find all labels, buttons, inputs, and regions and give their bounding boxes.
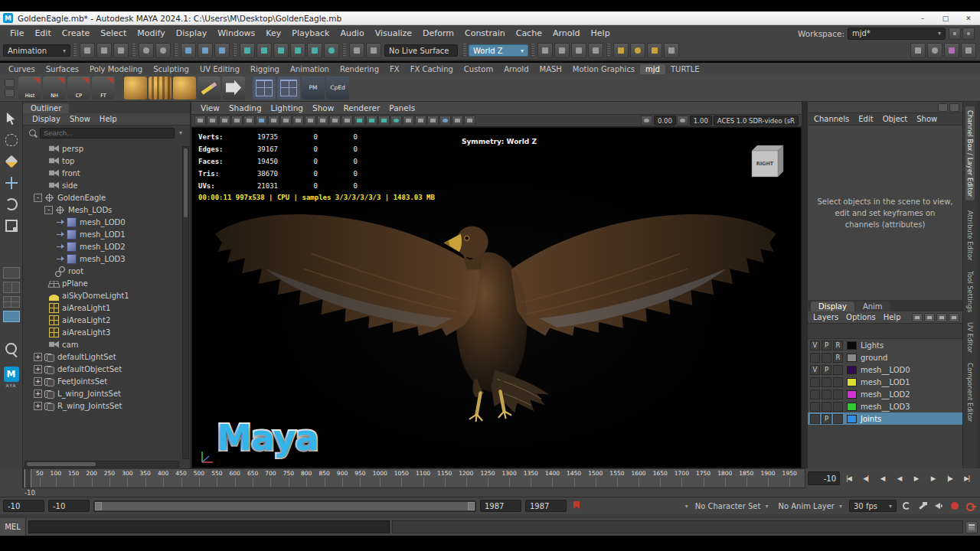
outliner-item-aiarealight1[interactable]: aiAreaLight1 — [23, 302, 190, 314]
outliner-item-pplane[interactable]: pPlane — [23, 277, 190, 289]
shelf-tab-rigging[interactable]: Rigging — [245, 64, 285, 74]
cached-playback-icon[interactable] — [927, 43, 942, 58]
layer-display-type-toggle[interactable]: R — [833, 341, 843, 350]
group-handle[interactable] — [73, 44, 77, 57]
playback-start-field[interactable]: -10 — [48, 500, 90, 512]
wireframe-icon[interactable] — [354, 116, 365, 126]
scene-assembly-icon[interactable] — [910, 43, 926, 58]
layer-playback-toggle[interactable]: P — [822, 365, 831, 375]
outliner-item-aiskydomelight1[interactable]: aiSkyDomeLight1 — [23, 289, 190, 302]
shelf-tab-arnold[interactable]: Arnold — [498, 64, 534, 74]
layers-menu[interactable]: Layers — [809, 313, 842, 321]
make-live-icon[interactable] — [324, 43, 339, 58]
render-settings-icon[interactable] — [647, 43, 662, 58]
safe-title-icon[interactable] — [341, 116, 353, 126]
range-slider-right-handle[interactable] — [468, 502, 475, 510]
expand-icon[interactable]: + — [34, 377, 42, 386]
layer-display-type-toggle[interactable] — [833, 365, 843, 375]
layer-color-swatch[interactable] — [847, 403, 857, 411]
layer-visibility-toggle[interactable] — [810, 377, 820, 387]
menu-item[interactable]: Display — [171, 28, 213, 38]
outliner-item-defaultlightset[interactable]: +defaultLightSet — [23, 350, 190, 363]
textured-mode-icon[interactable] — [378, 116, 390, 126]
outliner-item-rwing-jointsset[interactable]: +R_wing_JointsSet — [23, 399, 190, 412]
shelf-item-shaded-sphere-icon[interactable] — [173, 77, 196, 99]
shelf-tab-fx[interactable]: FX — [384, 64, 405, 74]
shelf-item-grid-a-icon[interactable] — [253, 77, 276, 99]
outliner-item-cam[interactable]: cam — [23, 338, 190, 350]
menu-item[interactable]: Deform — [417, 28, 459, 38]
menu-item[interactable]: Visualize — [370, 28, 417, 38]
range-slider[interactable] — [93, 500, 476, 512]
tab-anim-layers[interactable]: Anim — [855, 302, 890, 311]
pin-panel-icon[interactable] — [938, 103, 948, 112]
shelf-item-hist[interactable]: Hist — [18, 77, 41, 99]
outliner-item-goldeneagle[interactable]: -GoldenEagle — [23, 191, 190, 204]
shelf-tab-uv-editing[interactable]: UV Editing — [194, 64, 245, 74]
current-frame-field[interactable]: -10 — [808, 471, 840, 485]
snap-to-point-icon[interactable] — [273, 43, 289, 58]
layer-display-type-toggle[interactable] — [833, 402, 843, 412]
menu-item[interactable]: Constrain — [459, 28, 511, 38]
layer-display-type-toggle[interactable] — [833, 390, 843, 399]
xray-icon[interactable] — [452, 116, 463, 126]
ipr-render-icon[interactable] — [630, 43, 645, 58]
outliner-horizontal-scrollbar[interactable] — [24, 461, 179, 468]
layer-visibility-toggle[interactable] — [810, 402, 820, 412]
script-editor-icon[interactable] — [965, 521, 978, 533]
layer-visibility-toggle[interactable]: V — [810, 341, 820, 350]
group-handle[interactable] — [132, 44, 136, 57]
shelf-tab-animation[interactable]: Animation — [285, 64, 335, 74]
group-handle[interactable] — [174, 44, 178, 57]
scale-tool[interactable] — [3, 217, 20, 234]
shelf-item-grid-b-icon[interactable] — [277, 77, 300, 99]
outliner-item-front[interactable]: front — [23, 167, 190, 179]
new-empty-layer-icon[interactable] — [936, 313, 947, 322]
go-to-end-button[interactable]: ▶| — [959, 471, 975, 486]
range-slider-left-handle[interactable] — [95, 502, 102, 510]
scrollbar-thumb[interactable] — [27, 462, 96, 466]
undo-icon[interactable] — [139, 43, 154, 58]
outliner-item-aiarealight3[interactable]: aiAreaLight3 — [23, 326, 190, 338]
shelf-tab-poly-modeling[interactable]: Poly Modeling — [84, 64, 148, 74]
menu-item[interactable]: Create — [57, 28, 96, 38]
sidebar-panel-tab[interactable]: UV Editor — [966, 322, 974, 353]
workspace-selector[interactable]: mjd* ▾ — [848, 28, 946, 40]
layout-four-pane-button[interactable] — [3, 296, 20, 308]
range-slider-bar[interactable] — [95, 502, 475, 510]
field-chart-icon[interactable] — [317, 116, 328, 126]
collapse-icon[interactable]: - — [44, 206, 53, 214]
new-scene-icon[interactable] — [80, 43, 95, 58]
menu-item[interactable]: Playback — [286, 28, 335, 38]
anim-layer-selector[interactable]: No Anim Layer ▾ — [775, 500, 845, 512]
shelf-item-cped[interactable]: CpEd — [326, 77, 349, 99]
outliner-item-mesh-lod0[interactable]: mesh_LOD0 — [23, 216, 190, 228]
view-transform-selector[interactable]: ACES 1.0 SDR-video (sR — [714, 116, 799, 126]
animation-end-field[interactable]: 1987 — [525, 500, 567, 512]
sidebar-panel-tab[interactable]: Tool Settings — [966, 271, 974, 312]
workspace-layout-icon[interactable] — [962, 28, 975, 40]
image-plane-icon[interactable] — [243, 116, 255, 126]
layout-single-pane-button[interactable] — [3, 267, 20, 279]
symmetry-selector[interactable]: World Z ▾ — [469, 44, 528, 57]
no-live-surface-field[interactable]: No Live Surface — [384, 44, 458, 57]
layer-color-swatch[interactable] — [847, 366, 857, 374]
menu-set-selector[interactable]: Animation ▾ — [3, 44, 70, 57]
layer-row-lights[interactable]: V P R Lights — [808, 339, 962, 351]
snap-to-curve-icon[interactable] — [256, 43, 272, 58]
workspace-gear-icon[interactable] — [949, 28, 961, 40]
shaded-mode-icon[interactable] — [366, 116, 377, 126]
use-all-lights-icon[interactable] — [390, 116, 402, 126]
outliner-item-persp[interactable]: persp — [23, 142, 190, 155]
layout-current-button[interactable] — [3, 311, 20, 322]
save-scene-icon[interactable] — [113, 43, 129, 58]
collapse-icon[interactable]: - — [34, 194, 42, 202]
outliner-item-top[interactable]: top — [23, 155, 190, 167]
playback-loop-icon[interactable] — [900, 500, 913, 512]
close-button[interactable]: ✕ — [957, 15, 980, 22]
lock-camera-icon[interactable] — [207, 116, 218, 126]
fps-selector[interactable]: 30 fps ▾ — [849, 500, 897, 512]
outliner-menu-item[interactable]: Help — [95, 115, 122, 123]
character-set-selector[interactable]: No Character Set ▾ — [692, 500, 772, 512]
sidebar-panel-tab[interactable]: Channel Box / Layer Editor — [965, 106, 975, 201]
